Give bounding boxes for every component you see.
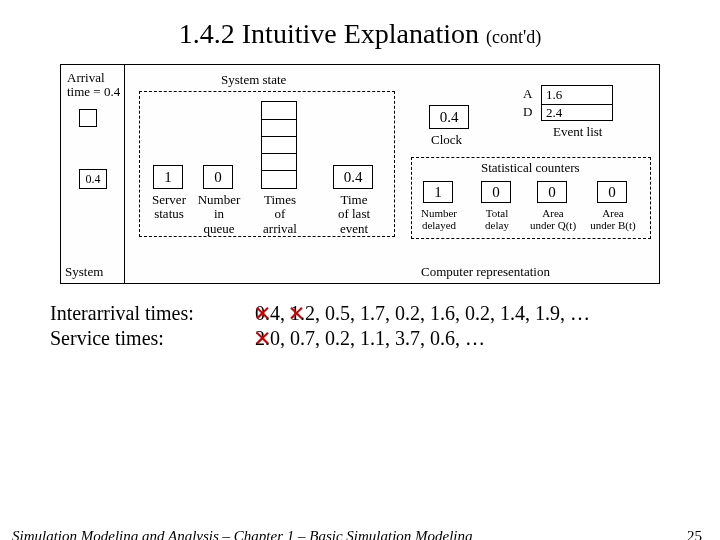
service-label: Service times: (50, 327, 240, 350)
page-number: 25 (687, 528, 702, 540)
service-row: Service times: 2.0, 0.7, 0.2, 1.1, 3.7, … (50, 327, 720, 350)
times-of-arrival-stack (261, 101, 297, 189)
arrival-empty-box (79, 109, 97, 127)
times-of-arrival-label: Times of arrival (257, 193, 303, 236)
vertical-divider (124, 65, 125, 283)
interarrival-label: Interarrival times: (50, 302, 240, 325)
num-in-queue-value: 0 (203, 165, 233, 189)
time-last-event-label: Time of last event (329, 193, 379, 236)
total-delay-label: Total delay (475, 207, 519, 231)
area-b-value: 0 (597, 181, 627, 203)
event-A-label: A (523, 87, 532, 101)
interarrival-values-text: 0.4, 1.2, 0.5, 1.7, 0.2, 1.6, 0.2, 1.4, … (240, 302, 590, 324)
event-list-box: 1.6 2.4 (541, 85, 613, 121)
simulation-diagram: Arrival time = 0.4 0.4 System System sta… (60, 64, 660, 284)
stat-counters-label: Statistical counters (481, 161, 580, 175)
area-q-label: Area under Q(t) (523, 207, 583, 231)
num-delayed-value: 1 (423, 181, 453, 203)
total-delay-value: 0 (481, 181, 511, 203)
server-status-value: 1 (153, 165, 183, 189)
event-list-label: Event list (553, 125, 602, 139)
title-main: 1.4.2 Intuitive Explanation (179, 18, 479, 49)
event-D: 2.4 (546, 106, 562, 120)
service-values-text: 2.0, 0.7, 0.2, 1.1, 3.7, 0.6, … (240, 327, 485, 349)
num-in-queue-label: Number in queue (195, 193, 243, 236)
arrival-time-label: Arrival time = 0.4 (67, 71, 120, 100)
area-b-label: Area under B(t) (583, 207, 643, 231)
computer-rep-label: Computer representation (421, 265, 550, 279)
slide-title: 1.4.2 Intuitive Explanation (cont'd) (0, 18, 720, 50)
area-q-value: 0 (537, 181, 567, 203)
system-state-label: System state (221, 73, 286, 87)
server-status-label: Server status (147, 193, 191, 222)
interarrival-row: Interarrival times: 0.4, 1.2, 0.5, 1.7, … (50, 302, 720, 325)
service-values: 2.0, 0.7, 0.2, 1.1, 3.7, 0.6, … × (240, 327, 485, 350)
interarrival-values: 0.4, 1.2, 0.5, 1.7, 0.2, 1.6, 0.2, 1.4, … (240, 302, 590, 325)
event-D-label: D (523, 105, 532, 119)
time-last-event-value: 0.4 (333, 165, 373, 189)
footer-text: Simulation Modeling and Analysis – Chapt… (12, 528, 473, 540)
event-A: 1.6 (546, 88, 570, 102)
clock-label: Clock (431, 133, 462, 147)
num-delayed-label: Number delayed (413, 207, 465, 231)
clock-value: 0.4 (429, 105, 469, 129)
system-label: System (65, 265, 103, 279)
arrival-token: 0.4 (79, 169, 107, 189)
title-contd: (cont'd) (486, 27, 541, 47)
